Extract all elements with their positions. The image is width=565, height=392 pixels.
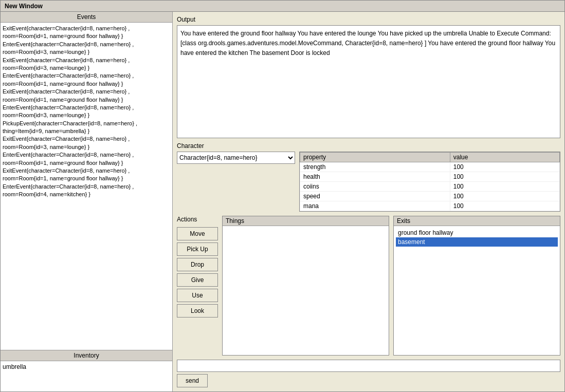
event-item: EnterEvent{character=Character{id=8, nam… (3, 183, 170, 199)
actions-things-row: Actions MovePick UpDropGiveUseLook Thing… (177, 216, 560, 356)
property-name: strength (300, 162, 450, 172)
properties-table: property value strength100health100coiin… (299, 152, 560, 212)
action-buttons-container: MovePick UpDropGiveUseLook (177, 227, 218, 318)
property-value: 100 (450, 201, 559, 211)
property-column-header: property (300, 153, 450, 162)
output-label: Output (177, 16, 560, 23)
action-button-use[interactable]: Use (177, 289, 218, 302)
main-window: New Window Events ExitEvent{character=Ch… (0, 0, 565, 392)
events-list[interactable]: ExitEvent{character=Character{id=8, name… (1, 23, 172, 350)
property-value: 100 (450, 192, 559, 201)
actions-label: Actions (177, 216, 218, 223)
exits-header: Exits (394, 216, 560, 226)
action-button-drop[interactable]: Drop (177, 258, 218, 271)
character-row: Character{id=8, name=hero} property valu… (177, 152, 560, 212)
bottom-row: send (177, 360, 560, 387)
events-header: Events (1, 12, 172, 23)
inventory-item: umbrella (3, 363, 170, 370)
property-name: speed (300, 192, 450, 201)
property-value: 100 (450, 172, 559, 182)
action-button-move[interactable]: Move (177, 227, 218, 240)
events-section: Events ExitEvent{character=Character{id=… (1, 12, 172, 350)
event-item: EnterEvent{character=Character{id=8, nam… (3, 151, 170, 167)
things-list[interactable] (223, 226, 389, 355)
things-box: Things (222, 216, 389, 356)
action-button-give[interactable]: Give (177, 273, 218, 287)
event-item: EnterEvent{character=Character{id=8, nam… (3, 104, 170, 120)
character-label: Character (177, 142, 560, 150)
property-name: mana (300, 201, 450, 211)
property-name: coiins (300, 182, 450, 192)
inventory-list: umbrella (1, 361, 172, 391)
character-select[interactable]: Character{id=8, name=hero} (177, 152, 295, 164)
property-row: health100 (300, 172, 560, 182)
exits-box: Exits ground floor hallwaybasement (393, 216, 560, 356)
exits-list[interactable]: ground floor hallwaybasement (394, 226, 560, 355)
title-bar: New Window (1, 1, 564, 12)
inventory-section: Inventory umbrella (1, 350, 172, 391)
send-button[interactable]: send (177, 374, 208, 387)
action-button-pick-up[interactable]: Pick Up (177, 242, 218, 256)
actions-section: Actions MovePick UpDropGiveUseLook (177, 216, 218, 356)
property-row: strength100 (300, 162, 560, 172)
property-row: mana100 (300, 201, 560, 211)
action-button-look[interactable]: Look (177, 304, 218, 318)
event-item: ExitEvent{character=Character{id=8, name… (3, 135, 170, 151)
property-row: speed100 (300, 192, 560, 201)
output-section: Output You have entered the ground floor… (177, 16, 560, 138)
value-column-header: value (450, 153, 559, 162)
things-header: Things (223, 216, 389, 226)
event-item: PickupEvent{character=Character{id=8, na… (3, 120, 170, 136)
property-value: 100 (450, 162, 559, 172)
left-panel: Events ExitEvent{character=Character{id=… (1, 12, 173, 391)
exit-item[interactable]: ground floor hallway (396, 228, 558, 237)
right-panel: Output You have entered the ground floor… (173, 12, 564, 391)
event-item: EnterEvent{character=Character{id=8, nam… (3, 72, 170, 88)
main-content: Events ExitEvent{character=Character{id=… (1, 12, 564, 391)
inventory-header: Inventory (1, 350, 172, 361)
window-title: New Window (5, 3, 43, 10)
event-item: EnterEvent{character=Character{id=8, nam… (3, 41, 170, 57)
things-exits-container: Things Exits ground floor hallwaybasemen… (222, 216, 560, 356)
event-item: ExitEvent{character=Character{id=8, name… (3, 167, 170, 183)
command-input[interactable] (177, 360, 560, 372)
event-item: ExitEvent{character=Character{id=8, name… (3, 25, 170, 41)
event-item: ExitEvent{character=Character{id=8, name… (3, 88, 170, 104)
property-row: coiins100 (300, 182, 560, 192)
property-value: 100 (450, 182, 559, 192)
event-item: ExitEvent{character=Character{id=8, name… (3, 57, 170, 72)
property-name: health (300, 172, 450, 182)
output-text[interactable]: You have entered the ground floor hallwa… (177, 25, 560, 138)
exit-item[interactable]: basement (396, 237, 558, 247)
character-section: Character Character{id=8, name=hero} pro… (177, 142, 560, 212)
